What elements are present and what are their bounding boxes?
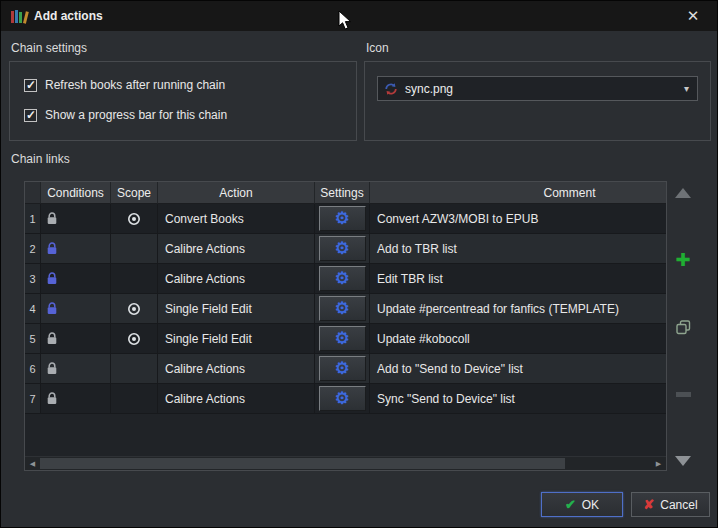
action-cell[interactable]: Calibre Actions xyxy=(158,384,315,413)
settings-button[interactable]: ⚙ xyxy=(319,296,366,321)
header-corner xyxy=(25,182,41,204)
header-settings[interactable]: Settings xyxy=(315,182,370,204)
settings-button[interactable]: ⚙ xyxy=(319,236,366,261)
header-comment[interactable]: Comment xyxy=(370,182,667,204)
scroll-right-icon[interactable]: ▶ xyxy=(651,457,666,470)
move-down-icon[interactable] xyxy=(672,451,694,471)
scope-cell[interactable] xyxy=(111,294,158,323)
table-row[interactable]: 3 Calibre Actions ⚙ Edit TBR list xyxy=(25,264,667,294)
action-cell[interactable]: Calibre Actions xyxy=(158,264,315,293)
action-cell[interactable]: Calibre Actions xyxy=(158,234,315,263)
row-number: 7 xyxy=(25,384,41,413)
action-cell[interactable]: Single Field Edit xyxy=(158,294,315,323)
comment-cell[interactable]: Update #kobocoll xyxy=(370,324,667,353)
conditions-cell[interactable] xyxy=(41,324,111,353)
ok-button[interactable]: ✔ OK xyxy=(541,492,623,517)
comment-cell[interactable]: Sync "Send to Device" list xyxy=(370,384,667,413)
comment-cell[interactable]: Edit TBR list xyxy=(370,264,667,293)
settings-cell[interactable]: ⚙ xyxy=(315,324,370,353)
table-row[interactable]: 5 Single Field Edit ⚙ Update #kobocoll xyxy=(25,324,667,354)
settings-cell[interactable]: ⚙ xyxy=(315,354,370,383)
lock-icon xyxy=(46,302,58,315)
checkbox-progress-bar[interactable]: Show a progress bar for this chain xyxy=(24,107,227,123)
checkbox-icon[interactable] xyxy=(24,79,37,92)
conditions-cell[interactable] xyxy=(41,264,111,293)
header-conditions[interactable]: Conditions xyxy=(41,182,111,204)
conditions-cell[interactable] xyxy=(41,294,111,323)
action-cell[interactable]: Convert Books xyxy=(158,204,315,233)
scope-cell[interactable] xyxy=(111,384,158,413)
row-number: 4 xyxy=(25,294,41,323)
settings-cell[interactable]: ⚙ xyxy=(315,204,370,233)
gear-icon: ⚙ xyxy=(334,330,349,347)
chain-links-label: Chain links xyxy=(11,152,70,166)
lock-icon xyxy=(46,332,58,345)
comment-cell[interactable]: Update #percentread for fanfics (TEMPLAT… xyxy=(370,294,667,323)
settings-cell[interactable]: ⚙ xyxy=(315,384,370,413)
table-header: Conditions Scope Action Settings Comment xyxy=(25,182,667,204)
scope-target-icon xyxy=(127,332,141,346)
gear-icon: ⚙ xyxy=(334,360,349,377)
checkbox-icon[interactable] xyxy=(24,109,37,122)
settings-button[interactable]: ⚙ xyxy=(319,356,366,381)
table-row[interactable]: 2 Calibre Actions ⚙ Add to TBR list xyxy=(25,234,667,264)
table-row[interactable]: 4 Single Field Edit ⚙ Update #percentrea… xyxy=(25,294,667,324)
gear-icon: ⚙ xyxy=(334,240,349,257)
scroll-left-icon[interactable]: ◀ xyxy=(25,457,40,470)
scope-cell[interactable] xyxy=(111,204,158,233)
ok-button-label: OK xyxy=(582,498,599,512)
comment-cell[interactable]: Add to TBR list xyxy=(370,234,667,263)
conditions-cell[interactable] xyxy=(41,234,111,263)
icon-group: sync.png ▾ xyxy=(364,61,711,141)
conditions-cell[interactable] xyxy=(41,204,111,233)
scope-cell[interactable] xyxy=(111,264,158,293)
scrollbar-thumb[interactable] xyxy=(40,458,565,469)
comment-cell[interactable]: Convert AZW3/MOBI to EPUB xyxy=(370,204,667,233)
settings-button[interactable]: ⚙ xyxy=(319,386,366,411)
x-icon: ✘ xyxy=(643,497,654,512)
cancel-button-label: Cancel xyxy=(660,498,697,512)
scope-cell[interactable] xyxy=(111,234,158,263)
books-icon xyxy=(11,9,26,23)
conditions-cell[interactable] xyxy=(41,354,111,383)
row-number: 6 xyxy=(25,354,41,383)
settings-cell[interactable]: ⚙ xyxy=(315,264,370,293)
comment-cell[interactable]: Add to "Send to Device" list xyxy=(370,354,667,383)
settings-button[interactable]: ⚙ xyxy=(319,206,366,231)
titlebar[interactable]: Add actions ✕ xyxy=(1,1,717,31)
scrollbar-track[interactable] xyxy=(40,457,651,470)
settings-cell[interactable]: ⚙ xyxy=(315,294,370,323)
remove-row-icon[interactable] xyxy=(672,384,694,404)
check-icon: ✔ xyxy=(565,497,576,512)
icon-section-label: Icon xyxy=(366,41,389,55)
close-icon[interactable]: ✕ xyxy=(679,7,707,25)
scope-cell[interactable] xyxy=(111,324,158,353)
gear-icon: ⚙ xyxy=(334,300,349,317)
row-toolbar: ✚ xyxy=(669,183,697,471)
scope-target-icon xyxy=(127,302,141,316)
conditions-cell[interactable] xyxy=(41,384,111,413)
icon-combobox[interactable]: sync.png ▾ xyxy=(377,76,698,101)
scope-cell[interactable] xyxy=(111,354,158,383)
settings-button[interactable]: ⚙ xyxy=(319,266,366,291)
table-row[interactable]: 6 Calibre Actions ⚙ Add to "Send to Devi… xyxy=(25,354,667,384)
table-row[interactable]: 1 Convert Books ⚙ Convert AZW3/MOBI to E… xyxy=(25,204,667,234)
add-row-icon[interactable]: ✚ xyxy=(672,250,694,270)
table-row[interactable]: 7 Calibre Actions ⚙ Sync "Send to Device… xyxy=(25,384,667,414)
row-number: 2 xyxy=(25,234,41,263)
settings-button[interactable]: ⚙ xyxy=(319,326,366,351)
action-cell[interactable]: Calibre Actions xyxy=(158,354,315,383)
copy-row-icon[interactable] xyxy=(672,317,694,337)
checkbox-refresh-books[interactable]: Refresh books after running chain xyxy=(24,77,225,93)
cancel-button[interactable]: ✘ Cancel xyxy=(631,492,710,517)
chevron-down-icon: ▾ xyxy=(684,83,691,94)
settings-cell[interactable]: ⚙ xyxy=(315,234,370,263)
chain-settings-group: Refresh books after running chain Show a… xyxy=(9,61,357,141)
move-up-icon[interactable] xyxy=(672,183,694,203)
chain-settings-label: Chain settings xyxy=(11,41,87,55)
lock-icon xyxy=(46,362,58,375)
header-scope[interactable]: Scope xyxy=(111,182,158,204)
horizontal-scrollbar[interactable]: ◀ ▶ xyxy=(25,456,666,470)
action-cell[interactable]: Single Field Edit xyxy=(158,324,315,353)
header-action[interactable]: Action xyxy=(158,182,315,204)
